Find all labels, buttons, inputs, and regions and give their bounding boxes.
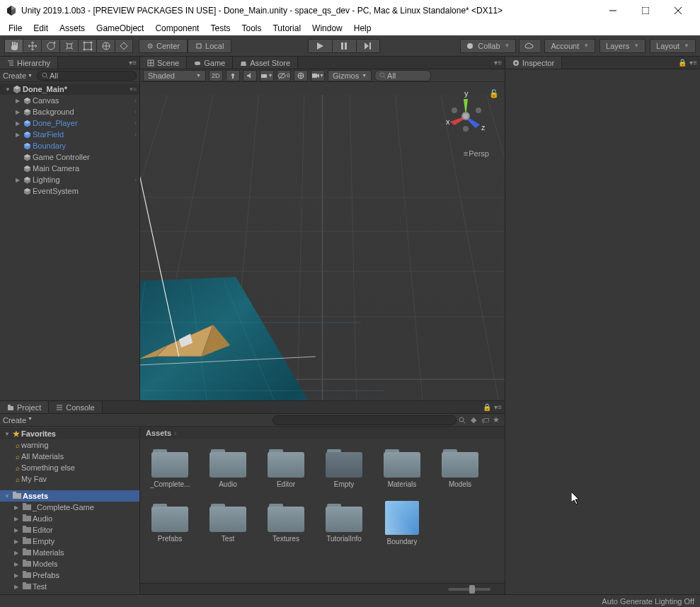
project-breadcrumb[interactable]: Assets› — [140, 427, 505, 439]
favorite-warning[interactable]: ⌕warning — [0, 439, 139, 451]
hierarchy-item-boundary[interactable]: Boundary — [0, 140, 139, 151]
tab-popup-icon[interactable]: ▾≡ — [689, 59, 697, 67]
orientation-gizmo[interactable]: x y z — [441, 89, 490, 153]
tab-popup-icon[interactable]: ▾≡ — [494, 59, 502, 67]
project-folder-audio[interactable]: ▶Audio — [0, 513, 139, 524]
scene-gizmos-dropdown[interactable]: Gizmos▼ — [328, 70, 372, 81]
play-button[interactable] — [308, 39, 332, 53]
hand-tool[interactable] — [4, 39, 23, 53]
maximize-button[interactable] — [629, 0, 662, 21]
asset-test[interactable]: Test — [205, 501, 251, 545]
close-button[interactable] — [662, 0, 694, 21]
menu-file[interactable]: File — [3, 22, 28, 35]
scene-audio-toggle[interactable] — [243, 70, 257, 81]
favorite-something-else[interactable]: ⌕Something else — [0, 462, 139, 473]
account-dropdown[interactable]: Account▼ — [544, 39, 595, 53]
project-folder-editor[interactable]: ▶Editor — [0, 524, 139, 536]
tab-popup-icon[interactable]: ▾≡ — [129, 59, 137, 67]
scene-search[interactable]: All — [374, 70, 431, 81]
project-lock-icon[interactable]: 🔒 — [483, 403, 491, 411]
collab-dropdown[interactable]: Collab▼ — [460, 39, 516, 53]
project-search-by-label-icon[interactable]: 🏷 — [479, 415, 490, 426]
status-lighting[interactable]: Auto Generate Lighting Off — [602, 597, 694, 606]
scene-projection-label[interactable]: ≡ Persp — [464, 149, 489, 158]
hierarchy-scene-root[interactable]: ▼ Done_Main* ▾≡ — [0, 83, 139, 95]
inspector-lock-icon[interactable]: 🔒 — [678, 59, 687, 67]
project-create[interactable]: Create▼ — [3, 416, 33, 424]
asset--complete---[interactable]: _Complete... — [147, 446, 193, 488]
pivot-center[interactable]: Center — [139, 39, 188, 53]
hierarchy-item-main-camera[interactable]: Main Camera — [0, 163, 139, 174]
hierarchy-item-lighting[interactable]: ▶Lighting› — [0, 174, 139, 185]
console-tab[interactable]: Console — [49, 401, 102, 413]
transform-tool[interactable] — [96, 39, 115, 53]
scene-fx-toggle[interactable]: ▼ — [260, 70, 274, 81]
project-folder-test[interactable]: ▶Test — [0, 581, 139, 592]
menu-tutorial[interactable]: Tutorial — [267, 22, 306, 35]
step-button[interactable] — [356, 39, 380, 53]
minimize-button[interactable] — [597, 0, 629, 21]
game-tab[interactable]: Game — [187, 57, 233, 69]
scene-camera-toggle[interactable]: ▼ — [311, 70, 325, 81]
scene-tab[interactable]: Scene — [140, 57, 187, 69]
project-search-by-type-icon[interactable]: ◆ — [468, 415, 479, 426]
assets-header[interactable]: ▼Assets — [0, 490, 139, 502]
scene-2d-toggle[interactable]: 2D — [209, 70, 223, 81]
scale-tool[interactable] — [59, 39, 78, 53]
scene-context-icon[interactable]: ▾≡ — [130, 86, 139, 93]
project-filter-icon[interactable] — [457, 415, 468, 426]
rect-tool[interactable] — [78, 39, 96, 53]
asset-store-tab[interactable]: Asset Store — [233, 57, 298, 69]
menu-window[interactable]: Window — [306, 22, 348, 35]
project-zoom-slider[interactable] — [140, 583, 505, 594]
project-favorite-icon[interactable]: ★ — [490, 415, 502, 426]
scene-lock-icon[interactable]: 🔓 — [489, 89, 499, 98]
scene-shading-dropdown[interactable]: Shaded▼ — [143, 70, 206, 81]
scene-lighting-toggle[interactable] — [226, 70, 240, 81]
project-folder-empty[interactable]: ▶Empty — [0, 536, 139, 547]
favorite-all-materials[interactable]: ⌕All Materials — [0, 451, 139, 462]
hierarchy-item-starfield[interactable]: ▶StarField› — [0, 129, 139, 140]
asset-materials[interactable]: Materials — [379, 446, 425, 488]
asset-models[interactable]: Models — [437, 446, 483, 488]
asset-prefabs[interactable]: Prefabs — [147, 501, 193, 545]
hierarchy-item-background[interactable]: ▶Background› — [0, 106, 139, 117]
favorite-my-fav[interactable]: ⌕My Fav — [0, 473, 139, 485]
rotate-tool[interactable] — [41, 39, 59, 53]
inspector-tab[interactable]: Inspector — [505, 57, 562, 69]
move-tool[interactable] — [23, 39, 41, 53]
asset-boundary[interactable]: Boundary — [379, 501, 425, 545]
asset-tutorialinfo[interactable]: TutorialInfo — [321, 501, 367, 545]
layers-dropdown[interactable]: Layers▼ — [599, 39, 646, 53]
hierarchy-search[interactable]: All — [37, 71, 137, 81]
asset-audio[interactable]: Audio — [205, 446, 251, 488]
hierarchy-tab[interactable]: Hierarchy — [0, 57, 58, 69]
menu-edit[interactable]: Edit — [28, 22, 54, 35]
pivot-local[interactable]: Local — [188, 39, 231, 53]
project-tab[interactable]: Project — [0, 401, 49, 413]
tab-popup-icon[interactable]: ▾≡ — [494, 403, 502, 411]
scene-grid-toggle[interactable] — [294, 70, 308, 81]
project-search[interactable] — [272, 415, 457, 425]
project-folder-prefabs[interactable]: ▶Prefabs — [0, 570, 139, 581]
project-folder-models[interactable]: ▶Models — [0, 558, 139, 570]
menu-assets[interactable]: Assets — [54, 22, 91, 35]
menu-component[interactable]: Component — [149, 22, 205, 35]
favorites-header[interactable]: ▼★Favorites — [0, 428, 139, 439]
project-folder--complete-game[interactable]: ▶_Complete-Game — [0, 502, 139, 513]
cloud-button[interactable] — [519, 39, 540, 53]
asset-empty[interactable]: Empty — [321, 446, 367, 488]
asset-editor[interactable]: Editor — [263, 446, 309, 488]
menu-help[interactable]: Help — [348, 22, 377, 35]
hierarchy-item-game-controller[interactable]: Game Controller — [0, 151, 139, 163]
hierarchy-item-done-player[interactable]: ▶Done_Player› — [0, 117, 139, 129]
menu-tests[interactable]: Tests — [205, 22, 236, 35]
hierarchy-item-canvas[interactable]: ▶Canvas› — [0, 95, 139, 106]
pause-button[interactable] — [332, 39, 356, 53]
custom-tool[interactable] — [115, 39, 133, 53]
scene-hidden-toggle[interactable]: 0 — [277, 70, 291, 81]
menu-gameobject[interactable]: GameObject — [91, 22, 149, 35]
menu-tools[interactable]: Tools — [236, 22, 267, 35]
hierarchy-item-eventsystem[interactable]: EventSystem — [0, 185, 139, 197]
asset-textures[interactable]: Textures — [263, 501, 309, 545]
